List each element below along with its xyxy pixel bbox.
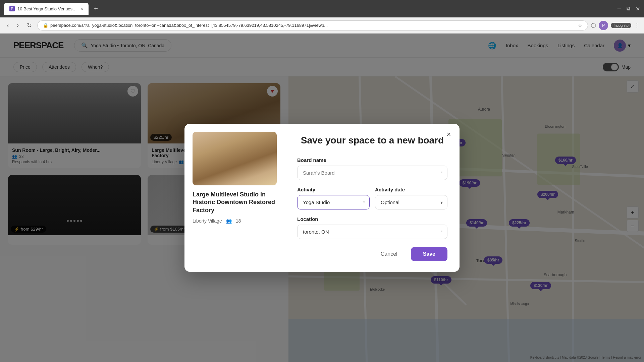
modal-attendees-count: 18: [236, 218, 241, 224]
page: PEERSPACE 🔍 Yoga Studio • Toronto, ON, C…: [0, 34, 644, 362]
browser-actions: ⬡ P Incognito ⋮: [591, 21, 640, 30]
tab-title: 10 Best Yoga Studio Venues - To...: [17, 6, 78, 11]
browser-chrome: P 10 Best Yoga Studio Venues - To... × +…: [0, 0, 644, 17]
modal-actions: Cancel Save: [297, 247, 447, 261]
modal-space-title: Large Multilevel Studio in Historic Down…: [193, 191, 277, 214]
board-name-asterisk: *: [441, 170, 443, 176]
activity-label: Activity: [297, 187, 370, 192]
activity-date-label: Activity date: [375, 187, 447, 192]
browser-tab[interactable]: P 10 Best Yoga Studio Venues - To... ×: [4, 3, 89, 15]
activity-date-group: Activity date Optional Today Tomorrow ▾: [375, 187, 447, 209]
profile-circle[interactable]: P: [599, 21, 608, 30]
activity-input-wrapper: *: [297, 195, 370, 209]
activity-row: Activity * Activity date Optional Today: [297, 187, 447, 216]
menu-icon[interactable]: ⋮: [634, 22, 640, 29]
board-name-label: Board name: [297, 157, 447, 163]
location-group: Location *: [297, 216, 447, 239]
modal-close-button[interactable]: ×: [443, 129, 454, 140]
address-icons: ☆: [578, 23, 582, 28]
activity-date-select-wrapper: Optional Today Tomorrow ▾: [375, 195, 447, 209]
address-bar-row: ‹ › ↻ 🔒 peerspace.com/s/?a=yoga-studio&l…: [0, 17, 644, 34]
forward-button[interactable]: ›: [14, 20, 21, 30]
modal-location-text: Liberty Village: [193, 218, 222, 224]
modal-space-meta: Liberty Village 👥 18: [193, 218, 277, 224]
location-label: Location: [297, 216, 447, 222]
activity-date-select[interactable]: Optional Today Tomorrow: [375, 195, 447, 209]
reload-button[interactable]: ↻: [24, 20, 35, 31]
incognito-badge: Incognito: [611, 23, 631, 28]
restore-icon[interactable]: ⧉: [627, 6, 630, 12]
address-text: peerspace.com/s/?a=yoga-studio&location=…: [50, 23, 328, 28]
modal-left-panel: Large Multilevel Studio in Historic Down…: [184, 124, 285, 272]
lock-icon: 🔒: [43, 23, 48, 28]
modal-space-image-inner: [193, 132, 277, 185]
board-name-group: Board name *: [297, 157, 447, 180]
cancel-button[interactable]: Cancel: [374, 248, 404, 260]
activity-asterisk: *: [363, 200, 365, 205]
tab-close-icon[interactable]: ×: [80, 6, 83, 11]
activity-input[interactable]: [297, 195, 370, 209]
board-name-input[interactable]: [297, 166, 447, 180]
modal-right-panel: Save your space to a new board Board nam…: [285, 124, 460, 272]
board-name-input-wrapper: *: [297, 166, 447, 180]
location-asterisk: *: [441, 229, 443, 235]
bookmark-icon[interactable]: ☆: [578, 23, 582, 28]
new-tab-button[interactable]: +: [91, 4, 101, 13]
window-controls: ─ ⧉ ✕: [618, 6, 640, 12]
modal-space-image: [193, 132, 277, 185]
address-input[interactable]: 🔒 peerspace.com/s/?a=yoga-studio&locatio…: [37, 20, 588, 31]
close-icon[interactable]: ✕: [636, 6, 640, 12]
save-board-modal: × Large Multilevel Studio in Historic Do…: [184, 124, 460, 272]
tab-favicon: P: [9, 6, 15, 11]
activity-group: Activity *: [297, 187, 370, 209]
save-button[interactable]: Save: [411, 247, 447, 261]
location-input[interactable]: [297, 225, 447, 239]
minimize-icon[interactable]: ─: [618, 6, 621, 12]
modal-title: Save your space to a new board: [297, 134, 447, 146]
back-button[interactable]: ‹: [4, 20, 11, 30]
modal-attendees-icon: 👥: [226, 218, 232, 224]
extensions-icon[interactable]: ⬡: [591, 22, 596, 29]
location-input-wrapper: *: [297, 225, 447, 239]
modal-overlay[interactable]: × Large Multilevel Studio in Historic Do…: [0, 34, 644, 362]
